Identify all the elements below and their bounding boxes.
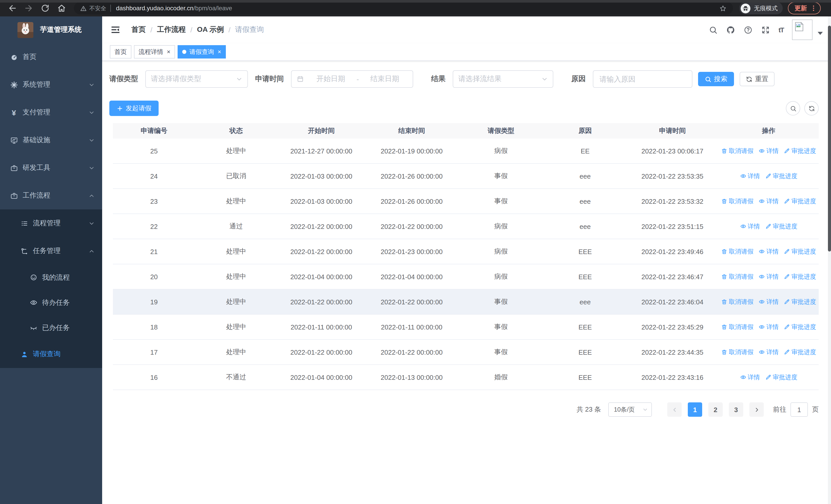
url-bar[interactable]: 不安全 dashboard.yudao.iocoder.cn/bpm/oa/le… bbox=[74, 2, 733, 14]
breadcrumb-item[interactable]: 工作流程 bbox=[157, 25, 186, 34]
table-row: 16不通过2022-01-04 00:00:002022-01-13 00:00… bbox=[113, 365, 819, 390]
start-date-input[interactable]: 开始日期 bbox=[308, 75, 353, 84]
detail-action[interactable]: 详情 bbox=[758, 323, 779, 331]
progress-action[interactable]: 审批进度 bbox=[784, 247, 816, 256]
reason-input[interactable] bbox=[593, 70, 692, 88]
sidebar-item-system[interactable]: 系统管理 bbox=[0, 71, 102, 98]
sidebar-item-label: 请假查询 bbox=[33, 350, 61, 359]
reset-button[interactable]: 重置 bbox=[740, 72, 775, 86]
sidebar-item-task-mgmt[interactable]: 任务管理 bbox=[0, 237, 102, 265]
trash-icon bbox=[721, 324, 727, 330]
github-icon[interactable] bbox=[726, 25, 735, 34]
detail-action[interactable]: 详情 bbox=[758, 348, 779, 356]
back-icon[interactable] bbox=[8, 4, 17, 13]
table-row: 24已取消2022-01-03 00:00:002022-01-26 00:00… bbox=[113, 164, 819, 189]
progress-action[interactable]: 审批进度 bbox=[765, 373, 797, 382]
detail-action[interactable]: 详情 bbox=[758, 247, 779, 256]
progress-action[interactable]: 审批进度 bbox=[784, 197, 816, 206]
cancel-action[interactable]: 取消请假 bbox=[721, 272, 753, 281]
app-logo-row[interactable]: 芋道管理系统 bbox=[0, 17, 102, 43]
progress-action[interactable]: 审批进度 bbox=[765, 172, 797, 180]
leave-type-select[interactable]: 请选择请假类型 bbox=[145, 70, 248, 88]
progress-action[interactable]: 审批进度 bbox=[784, 147, 816, 155]
refresh-table-button[interactable] bbox=[804, 101, 819, 116]
cancel-action[interactable]: 取消请假 bbox=[721, 147, 753, 155]
pen-icon bbox=[784, 148, 790, 154]
breadcrumb-item[interactable]: 首页 bbox=[132, 25, 146, 34]
detail-action[interactable]: 详情 bbox=[758, 297, 779, 306]
pen-icon bbox=[784, 248, 790, 255]
sidebar-item-todo-task[interactable]: 待办任务 bbox=[0, 290, 102, 315]
progress-action[interactable]: 审批进度 bbox=[784, 323, 816, 331]
row-actions: 详情审批进度 bbox=[719, 172, 819, 180]
create-leave-button[interactable]: 发起请假 bbox=[109, 100, 159, 116]
search-button[interactable]: 搜索 bbox=[698, 72, 734, 86]
cell: 2022-01-22 00:00:00 bbox=[366, 223, 458, 230]
fullscreen-icon[interactable] bbox=[761, 25, 770, 34]
help-icon[interactable] bbox=[744, 25, 752, 34]
detail-action[interactable]: 详情 bbox=[740, 373, 760, 382]
page-button-2[interactable]: 2 bbox=[708, 403, 723, 417]
page-size-select[interactable]: 10条/页 bbox=[608, 403, 652, 417]
reload-icon[interactable] bbox=[40, 4, 50, 13]
main-area: 首页/工作流程/OA 示例/请假查询 tT 首页流程详情×请假查询× 请假类型 … bbox=[102, 17, 831, 504]
end-date-input[interactable]: 结束日期 bbox=[362, 75, 407, 84]
progress-action[interactable]: 审批进度 bbox=[765, 222, 797, 231]
sidebar-item-dev-tools[interactable]: 研发工具 bbox=[0, 154, 102, 182]
cancel-action[interactable]: 取消请假 bbox=[721, 197, 753, 206]
cell: eee bbox=[544, 298, 626, 306]
font-size-icon[interactable]: tT bbox=[778, 26, 784, 34]
column-header: 申请时间 bbox=[626, 126, 719, 136]
cancel-action[interactable]: 取消请假 bbox=[721, 323, 753, 331]
tab-请假查询[interactable]: 请假查询× bbox=[178, 45, 226, 59]
browser-update-button[interactable]: 更新 bbox=[788, 2, 821, 14]
cell: 19 bbox=[113, 298, 195, 306]
forward-icon[interactable] bbox=[24, 4, 33, 13]
scrollbar[interactable] bbox=[828, 17, 831, 504]
sidebar-item-workflow[interactable]: 工作流程 bbox=[0, 182, 102, 209]
result-select[interactable]: 请选择流结果 bbox=[453, 70, 553, 88]
prev-page-button[interactable] bbox=[667, 403, 682, 417]
detail-action[interactable]: 详情 bbox=[758, 197, 779, 206]
hide-search-button[interactable] bbox=[786, 101, 800, 116]
search-icon[interactable] bbox=[709, 25, 717, 34]
bookmark-star-icon[interactable] bbox=[719, 4, 727, 12]
sidebar-item-done-task[interactable]: 已办任务 bbox=[0, 315, 102, 340]
sidebar-item-home[interactable]: 首页 bbox=[0, 43, 102, 71]
sidebar-item-leave-query[interactable]: 请假查询 bbox=[0, 340, 102, 368]
sidebar-fold-icon[interactable] bbox=[111, 25, 120, 34]
next-page-button[interactable] bbox=[749, 403, 764, 417]
sidebar-item-my-process[interactable]: 我的流程 bbox=[0, 265, 102, 290]
detail-action[interactable]: 详情 bbox=[740, 222, 760, 231]
detail-action[interactable]: 详情 bbox=[758, 272, 779, 281]
avatar[interactable] bbox=[792, 20, 812, 40]
cancel-action[interactable]: 取消请假 bbox=[721, 247, 753, 256]
progress-action[interactable]: 审批进度 bbox=[784, 272, 816, 281]
progress-action[interactable]: 审批进度 bbox=[784, 297, 816, 306]
browser-menu-icon[interactable] bbox=[810, 5, 817, 12]
breadcrumb-item[interactable]: OA 示例 bbox=[197, 25, 224, 34]
page-button-1[interactable]: 1 bbox=[688, 403, 702, 417]
row-actions: 取消请假详情审批进度 bbox=[719, 297, 819, 306]
progress-action[interactable]: 审批进度 bbox=[784, 348, 816, 356]
apply-time-range-picker[interactable]: 开始日期 - 结束日期 bbox=[291, 70, 413, 88]
omnibox-divider bbox=[110, 5, 111, 12]
detail-action[interactable]: 详情 bbox=[758, 147, 779, 155]
sidebar-item-payment[interactable]: ¥支付管理 bbox=[0, 98, 102, 126]
sidebar-item-process-mgmt[interactable]: 流程管理 bbox=[0, 209, 102, 237]
scrollbar-thumb[interactable] bbox=[828, 26, 831, 251]
page-button-3[interactable]: 3 bbox=[729, 403, 743, 417]
goto-page-input[interactable] bbox=[791, 403, 808, 417]
cancel-action[interactable]: 取消请假 bbox=[721, 348, 753, 356]
cell: 处理中 bbox=[195, 322, 277, 331]
sidebar-item-infrastructure[interactable]: 基础设施 bbox=[0, 126, 102, 154]
sidebar: 芋道管理系统 首页系统管理¥支付管理基础设施研发工具工作流程流程管理任务管理我的… bbox=[0, 17, 102, 504]
cancel-action[interactable]: 取消请假 bbox=[721, 297, 753, 306]
detail-action[interactable]: 详情 bbox=[740, 172, 760, 180]
tab-流程详情[interactable]: 流程详情× bbox=[134, 45, 175, 59]
close-icon[interactable]: × bbox=[218, 49, 221, 55]
tab-首页[interactable]: 首页 bbox=[110, 45, 132, 59]
avatar-caret-icon[interactable] bbox=[818, 32, 823, 35]
close-icon[interactable]: × bbox=[167, 49, 170, 55]
home-icon[interactable] bbox=[57, 4, 66, 13]
